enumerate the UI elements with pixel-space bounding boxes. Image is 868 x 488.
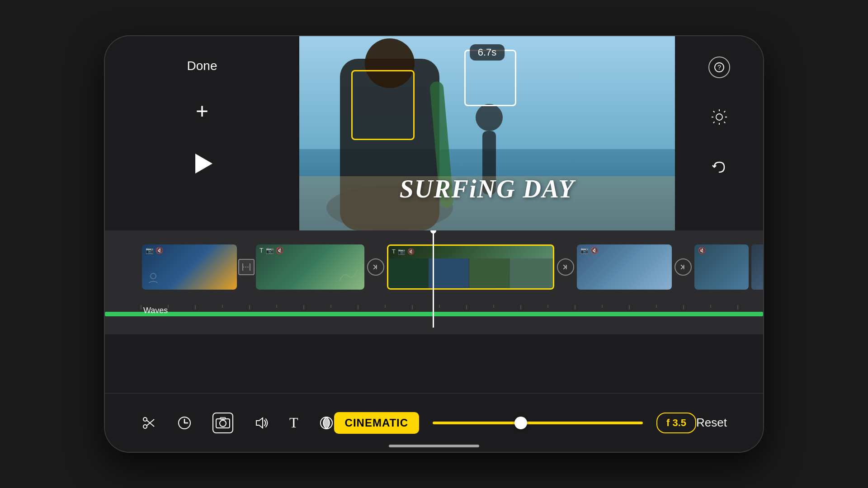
svg-line-51 — [147, 419, 155, 426]
svg-rect-17 — [429, 258, 429, 288]
scissors-tool[interactable] — [141, 415, 156, 431]
clip-active[interactable]: T 📷 🔇 — [387, 244, 554, 290]
slider-container — [433, 422, 643, 424]
svg-rect-16 — [388, 258, 429, 288]
svg-text:?: ? — [717, 64, 721, 71]
clip-4[interactable]: 🔇 — [694, 244, 749, 290]
clip-2-icons: T 📷 🔇 — [259, 247, 283, 254]
svg-rect-22 — [510, 258, 553, 288]
clip-3[interactable]: 📷 🔇 — [577, 244, 672, 290]
slider-thumb[interactable] — [514, 417, 527, 429]
svg-rect-21 — [509, 258, 510, 288]
clip-2[interactable]: T 📷 🔇 — [256, 244, 364, 290]
transition-1[interactable] — [237, 259, 256, 275]
playhead — [433, 230, 434, 328]
device-frame: Done + ? — [105, 36, 763, 452]
toolbar-tools: T — [141, 413, 334, 433]
svg-point-56 — [220, 420, 226, 427]
svg-rect-19 — [469, 258, 469, 288]
camera-tool[interactable] — [212, 413, 233, 433]
reset-button[interactable]: Reset — [696, 416, 727, 430]
volume-tool[interactable] — [254, 415, 269, 431]
video-title: SURFiNG DAY — [299, 174, 675, 203]
skip-button-3[interactable] — [675, 258, 692, 276]
skip-button-left[interactable] — [367, 258, 384, 276]
audio-track-bar — [105, 312, 763, 316]
speed-tool[interactable] — [177, 415, 192, 431]
settings-button[interactable] — [710, 108, 729, 128]
svg-rect-18 — [429, 258, 469, 288]
tick-marks-svg — [105, 305, 763, 312]
slider-track[interactable] — [433, 422, 643, 424]
add-button[interactable]: + — [196, 100, 208, 122]
done-button[interactable]: Done — [187, 59, 217, 73]
undo-button[interactable] — [710, 158, 729, 178]
svg-line-50 — [147, 420, 155, 427]
play-button[interactable] — [195, 154, 212, 174]
help-button[interactable]: ? — [708, 56, 730, 78]
svg-marker-58 — [256, 418, 263, 428]
cinematic-badge[interactable]: CINEMATIC — [334, 412, 420, 434]
fstop-badge[interactable]: f 3.5 — [656, 413, 696, 433]
clip-5[interactable] — [751, 244, 763, 290]
svg-point-11 — [151, 273, 156, 279]
svg-rect-20 — [469, 258, 509, 288]
svg-point-49 — [143, 425, 147, 428]
clip-4-icons: 🔇 — [698, 247, 706, 254]
video-preview: SURFiNG DAY 6.7s — [299, 36, 675, 230]
time-badge: 6.7s — [470, 44, 505, 61]
timeline-scroll[interactable]: 📷 🔇 — [105, 234, 763, 300]
tick-marks-row — [105, 305, 763, 312]
timeline-area: 📷 🔇 — [105, 230, 763, 334]
text-tool[interactable]: T — [289, 414, 298, 431]
filters-tool[interactable] — [319, 415, 334, 431]
home-indicator — [389, 445, 479, 447]
video-background: SURFiNG DAY 6.7s — [299, 36, 675, 230]
focus-box-primary — [351, 70, 415, 140]
clip-3-icons: 📷 🔇 — [580, 247, 598, 254]
svg-point-48 — [143, 418, 147, 421]
toolbar: T CINEMATIC f 3.5 Reset — [105, 393, 763, 452]
transition-icon-1[interactable] — [238, 259, 255, 275]
skip-button-right[interactable] — [557, 258, 574, 276]
clip-1-icons: 📷 🔇 — [146, 247, 163, 254]
clip-active-icons: T 📷 🔇 — [392, 248, 415, 255]
clip-1[interactable]: 📷 🔇 — [142, 244, 237, 290]
svg-point-8 — [476, 104, 503, 131]
